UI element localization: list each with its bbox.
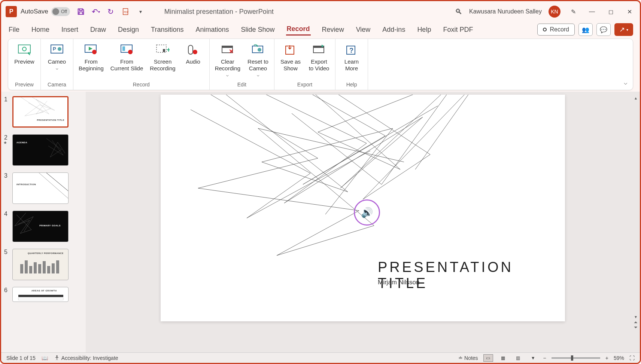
zoom-slider[interactable] [552,357,600,359]
notes-button[interactable]: ≐Notes [458,355,478,361]
thumbnail-panel[interactable]: 1 PRESENTATION TITLE ★ 2 AGENDA 3 INTROD… [1,92,86,352]
slide-canvas[interactable]: 🔊 PRESENTATION TITLE Mirjam Nilsson [161,95,565,321]
search-icon[interactable]: 🔍︎ [455,7,462,16]
preview-icon [17,43,32,58]
tab-slideshow[interactable]: Slide Show [240,24,276,35]
zoom-out-button[interactable]: − [543,355,546,361]
zoom-handle[interactable] [571,355,573,361]
clear-recording-label: Clear Recording [215,58,240,72]
zoom-level[interactable]: 59% [614,355,624,361]
prev-slide-icon[interactable]: ⏶ [633,319,638,325]
undo-icon[interactable]: ↶▾ [91,7,101,16]
next-slide-icon[interactable]: ⏷ [633,325,638,330]
slide-title[interactable]: PRESENTATION TITLE [378,259,565,291]
from-current-button[interactable]: From Current Slide [110,41,143,72]
clear-recording-button[interactable]: ✕ Clear Recording ⌵ [215,41,240,77]
animation-star-icon: ★ [3,140,7,145]
accessibility-icon[interactable]: Accessibility: Investigate [54,355,118,361]
export-video-label: Export to Video [309,58,329,72]
tab-review[interactable]: Review [321,24,345,35]
maximize-button[interactable]: ◻ [605,6,617,18]
save-icon[interactable] [76,7,86,16]
tab-file[interactable]: File [8,24,20,35]
learn-more-icon: ? [344,43,359,58]
svg-text:✕: ✕ [229,48,234,55]
audio-button[interactable]: Audio [182,41,204,65]
audio-object[interactable]: 🔊 [354,199,380,226]
tab-view[interactable]: View [355,24,371,35]
vertical-scrollbar[interactable]: ▴ ▾ ⏶ ⏷ [633,95,638,330]
accessibility-label: Accessibility: Investigate [61,355,118,361]
export-pdf-icon[interactable]: PDF [121,7,131,16]
user-name[interactable]: Kawusara Nurudeen Salley [469,8,542,15]
tab-animations[interactable]: Animations [195,24,230,35]
screen-recording-button[interactable]: + Screen Recording [150,41,175,72]
thumbnail-6[interactable]: AREAS OF GROWTH [12,287,69,302]
svg-point-6 [58,47,61,51]
customize-qat-icon[interactable]: ▾ [136,7,146,16]
from-beginning-label: From Beginning [79,58,104,72]
save-as-show-button[interactable]: Save as Show [280,41,301,72]
tab-help[interactable]: Help [416,24,432,35]
svg-rect-39 [18,298,63,300]
svg-line-28 [39,173,69,199]
autosave-toggle[interactable]: Off [51,7,70,16]
from-beginning-button[interactable]: From Beginning [79,41,104,72]
comments-icon[interactable]: 💬 [596,23,611,36]
minimize-button[interactable]: — [586,6,598,18]
thumbnail-row: 4 PRIMARY GOALS [4,211,83,242]
save-as-show-label: Save as Show [280,58,301,72]
pen-icon[interactable]: ✎ [567,6,579,18]
thumb-4-title: PRIMARY GOALS [39,224,61,227]
export-to-video-button[interactable]: Export to Video [308,41,330,72]
tab-record[interactable]: Record [286,24,311,36]
zoom-in-button[interactable]: + [605,355,608,361]
thumbnail-2[interactable]: AGENDA [12,134,69,166]
reset-cameo-button[interactable]: Reset to Cameo ⌵ [247,41,269,77]
from-current-icon [119,43,134,58]
learn-more-button[interactable]: ? Learn More [341,41,362,72]
reading-view-icon[interactable]: ▥ [513,354,523,362]
slideshow-view-icon[interactable]: ▼ [528,354,538,362]
close-button[interactable]: ✕ [623,6,635,18]
user-avatar[interactable]: KN [549,6,561,18]
preview-button[interactable]: Preview [13,41,35,65]
tab-insert[interactable]: Insert [61,24,79,35]
tab-transitions[interactable]: Transitions [150,24,184,35]
autosave-control[interactable]: AutoSave Off [21,7,70,16]
share-button[interactable]: ↗ ▾ [614,23,633,36]
thumbnail-3[interactable]: INTRODUCTION [12,172,69,204]
tab-home[interactable]: Home [31,24,50,35]
cameo-button[interactable]: P Cameo ⌵ [46,41,68,71]
record-button[interactable]: Record [537,24,575,36]
svg-rect-2 [18,45,30,53]
export-video-icon [312,43,326,58]
ribbon-collapse-icon[interactable]: ⌵ [624,79,628,86]
normal-view-icon[interactable]: ▭ [483,354,493,362]
thumbnail-5[interactable]: QUARTERLY PERFORMANCE [12,249,69,280]
group-label-edit: Edit [237,81,246,88]
svg-rect-34 [43,261,46,273]
slide-counter[interactable]: Slide 1 of 15 [6,355,36,361]
cameo-label: Cameo [48,58,66,65]
fit-to-window-icon[interactable]: ⛶ [629,355,635,361]
scroll-up-icon[interactable]: ▴ [633,95,638,101]
slide-editor[interactable]: 🔊 PRESENTATION TITLE Mirjam Nilsson ▴ ▾ … [86,92,640,352]
reset-cameo-label: Reset to Cameo [247,58,268,72]
sorter-view-icon[interactable]: ▦ [498,354,508,362]
redo-icon[interactable]: ↻ [106,7,116,16]
title-bar: P AutoSave Off ↶▾ ↻ PDF ▾ Minimalist pre… [1,1,640,22]
thumbnail-4[interactable]: PRIMARY GOALS [12,211,69,242]
slide-subtitle[interactable]: Mirjam Nilsson [378,279,419,286]
tab-addins[interactable]: Add-ins [382,24,406,35]
thumb-number: 1 [4,96,9,103]
svg-rect-31 [29,266,32,273]
thumbnail-1[interactable]: PRESENTATION TITLE [12,96,69,128]
spellcheck-icon[interactable]: 📖 [42,355,48,361]
svg-rect-10 [122,46,125,51]
tab-design[interactable]: Design [117,24,140,35]
teams-share-icon[interactable]: 👥 [578,23,593,36]
tab-foxit[interactable]: Foxit PDF [442,24,474,35]
scroll-down-icon[interactable]: ▾ [633,314,638,319]
tab-draw[interactable]: Draw [89,24,107,35]
